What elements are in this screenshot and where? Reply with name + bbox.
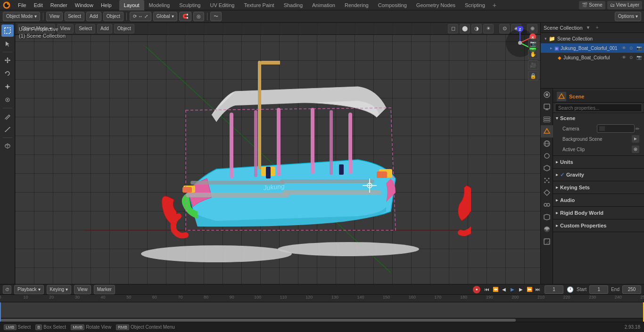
menu-render[interactable]: Render xyxy=(47,0,71,10)
timeline-scrollbar[interactable] xyxy=(0,318,644,322)
prev-frame-btn[interactable]: ◀ xyxy=(500,286,508,293)
camera-edit-icon[interactable]: ✏ xyxy=(636,126,639,131)
vp-add-btn[interactable]: Add xyxy=(97,24,112,33)
properties-search-input[interactable] xyxy=(555,104,642,112)
vp-solid-btn[interactable]: ⬤ xyxy=(460,24,470,33)
disable-viewport-icon-1[interactable]: ⊙ xyxy=(628,45,635,51)
prop-tab-object[interactable] xyxy=(541,150,553,162)
start-frame-input[interactable]: 1 xyxy=(589,285,608,294)
tab-sculpting[interactable]: Sculpting xyxy=(174,0,205,10)
prop-tab-view-layer[interactable] xyxy=(541,113,553,125)
vp-rendered-btn[interactable]: ☀ xyxy=(483,24,494,33)
mode-selector[interactable]: Object Mode ▾ xyxy=(3,12,40,21)
tool-transform[interactable] xyxy=(1,94,14,106)
tool-annotate[interactable] xyxy=(1,110,14,122)
transform-icons[interactable]: ⟳ ↔ ⤢ xyxy=(130,12,151,21)
tool-measure[interactable] xyxy=(1,123,14,136)
background-scene-icon[interactable] xyxy=(632,135,639,143)
jump-to-start-btn[interactable]: ⏮ xyxy=(483,286,491,293)
proportional-edit-btn[interactable]: ◎ xyxy=(193,12,204,21)
prop-tab-modifier[interactable] xyxy=(541,162,553,174)
prop-tab-constraints[interactable] xyxy=(541,199,553,211)
tab-geometry-nodes[interactable]: Geometry Nodes xyxy=(412,0,460,10)
outliner-add-icon[interactable]: + xyxy=(594,24,601,32)
menu-edit[interactable]: Edit xyxy=(30,0,47,10)
snap-btn[interactable]: 🧲 xyxy=(179,12,191,21)
units-section-header[interactable]: ▸ Units xyxy=(553,157,644,167)
prop-tab-render[interactable] xyxy=(541,89,553,101)
custom-props-section-header[interactable]: ▸ Custom Properties xyxy=(553,220,644,231)
prop-tab-world[interactable] xyxy=(541,138,553,150)
keying-menu-btn[interactable]: Keying ▾ xyxy=(47,285,72,294)
options-dropdown[interactable]: Options ▾ xyxy=(615,12,641,21)
prev-keyframe-btn[interactable]: ⏪ xyxy=(492,286,499,293)
timeline-view-menu-btn[interactable]: View xyxy=(74,285,91,294)
scene-selector[interactable]: 🎬 Scene xyxy=(579,1,605,9)
prop-tab-data[interactable] xyxy=(541,211,553,223)
menu-window[interactable]: Window xyxy=(71,0,97,10)
vp-select-btn[interactable]: Select xyxy=(75,24,95,33)
tab-shading[interactable]: Shading xyxy=(279,0,307,10)
timeline-menu-btn[interactable]: ⏱ xyxy=(3,285,11,294)
tool-cursor[interactable] xyxy=(1,38,14,50)
next-frame-btn[interactable]: ▶ xyxy=(517,286,525,293)
tab-scripting[interactable]: Scripting xyxy=(460,0,490,10)
tab-texture-paint[interactable]: Texture Paint xyxy=(239,0,279,10)
gravity-section-header[interactable]: ▸ ✓ Gravity xyxy=(553,170,644,180)
rigid-body-section-header[interactable]: ▸ Rigid Body World xyxy=(553,208,644,218)
timeline-scrollbar-thumb[interactable] xyxy=(0,319,516,322)
marker-menu-btn[interactable]: Marker xyxy=(94,285,115,294)
play-btn[interactable]: ▶ xyxy=(509,286,516,293)
prop-tab-scene[interactable] xyxy=(541,125,553,138)
add-menu-btn[interactable]: Add xyxy=(86,12,101,21)
menu-file[interactable]: File xyxy=(14,0,30,10)
select-menu-btn[interactable]: Select xyxy=(65,12,84,21)
render-icon-2[interactable]: 📷 xyxy=(636,54,642,61)
outliner-item-boat[interactable]: ◆ Jukung_Boat_Colorful 👁 ⊙ 📷 xyxy=(541,53,644,62)
next-keyframe-btn[interactable]: ⏩ xyxy=(526,286,533,293)
render-icon-1[interactable]: 📷 xyxy=(636,45,642,51)
record-btn[interactable]: ● xyxy=(473,286,480,293)
disable-viewport-icon-2[interactable]: ⊙ xyxy=(628,54,635,61)
object-menu-btn[interactable]: Object xyxy=(103,12,124,21)
curve-btn[interactable]: 〜 xyxy=(210,12,222,21)
tool-add-cube[interactable] xyxy=(1,140,14,152)
outliner-item-boat-001[interactable]: ▸ ▣ Jukung_Boat_Colorful_001 👁 ⊙ 📷 xyxy=(541,43,644,53)
tab-layout[interactable]: Layout xyxy=(119,0,144,10)
playback-menu-btn[interactable]: Playback ▾ xyxy=(14,285,44,294)
tab-uv-editing[interactable]: UV Editing xyxy=(205,0,239,10)
tool-scale[interactable] xyxy=(1,81,14,93)
tab-modeling[interactable]: Modeling xyxy=(144,0,175,10)
prop-tab-physics[interactable] xyxy=(541,186,553,199)
prop-tab-texture[interactable] xyxy=(541,235,553,248)
end-frame-input[interactable]: 250 xyxy=(622,285,641,294)
scene-section-header[interactable]: ▾ Scene xyxy=(553,113,644,123)
prop-tab-particles[interactable] xyxy=(541,174,553,186)
frame-ruler[interactable]: 0102030405060708090100110120130140150160… xyxy=(0,295,644,322)
active-clip-icon[interactable] xyxy=(632,146,639,153)
tool-select-box[interactable] xyxy=(1,24,14,37)
viewport[interactable]: Object Mode ▾ View Select Add Object ◻ ⬤… xyxy=(15,23,540,284)
current-frame-input[interactable]: 1 xyxy=(545,285,563,294)
camera-field[interactable] xyxy=(597,124,635,133)
global-transform[interactable]: Global ▾ xyxy=(153,12,177,21)
tab-rendering[interactable]: Rendering xyxy=(340,0,373,10)
jump-to-end-btn[interactable]: ⏭ xyxy=(534,286,542,293)
add-workspace-tab[interactable]: + xyxy=(490,1,499,9)
vp-object-btn[interactable]: Object xyxy=(114,24,134,33)
tool-move[interactable] xyxy=(1,54,14,66)
outliner-item-scene-collection[interactable]: ▾ 📁 Scene Collection xyxy=(541,34,644,43)
tab-animation[interactable]: Animation xyxy=(307,0,340,10)
playback-speed-icon[interactable]: 🕐 xyxy=(566,286,574,293)
keying-sets-section-header[interactable]: ▸ Keying Sets xyxy=(553,182,644,193)
view-menu-btn[interactable]: View xyxy=(46,12,63,21)
audio-section-header[interactable]: ▸ Audio xyxy=(553,195,644,205)
vp-wireframe-btn[interactable]: ◻ xyxy=(448,24,458,33)
view-layer-selector[interactable]: 🗂 View Layer xyxy=(607,1,642,9)
outliner-filter-icon[interactable]: ▼ xyxy=(585,24,592,32)
gravity-check[interactable]: ✓ xyxy=(560,172,564,178)
vp-material-preview-btn[interactable]: ◑ xyxy=(471,24,482,33)
menu-help[interactable]: Help xyxy=(97,0,116,10)
prop-tab-material[interactable] xyxy=(541,223,553,235)
visibility-icon-1[interactable]: 👁 xyxy=(620,45,627,51)
